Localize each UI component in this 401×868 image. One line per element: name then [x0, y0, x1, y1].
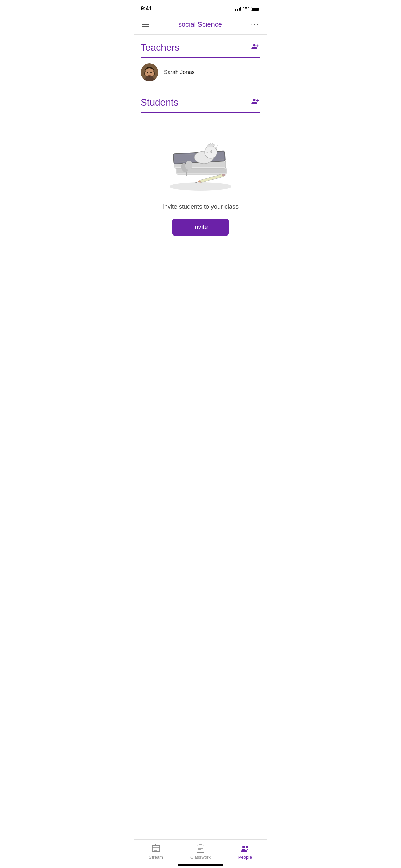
- add-teacher-button[interactable]: [248, 41, 260, 55]
- svg-text:ε: ε: [206, 150, 208, 154]
- teacher-item: Sarah Jonas: [141, 58, 260, 87]
- invite-button[interactable]: Invite: [172, 219, 228, 236]
- battery-icon: [251, 7, 260, 11]
- students-title: Students: [141, 97, 179, 108]
- teacher-name: Sarah Jonas: [164, 69, 195, 75]
- wifi-icon: [243, 7, 249, 11]
- add-student-button[interactable]: [248, 96, 260, 109]
- more-options-button[interactable]: ···: [250, 19, 260, 30]
- teachers-title: Teachers: [141, 42, 180, 53]
- status-icons: [235, 7, 260, 11]
- svg-point-8: [253, 99, 256, 101]
- svg-text:z: z: [215, 146, 217, 149]
- svg-text:ü: ü: [210, 150, 212, 153]
- svg-point-5: [147, 72, 148, 73]
- signal-icon: [235, 7, 241, 11]
- status-bar: 9:41: [134, 0, 267, 15]
- svg-point-0: [253, 44, 256, 46]
- students-section: Students: [141, 89, 260, 246]
- status-time: 9:41: [141, 5, 152, 12]
- avatar: [141, 63, 158, 81]
- empty-state-text: Invite students to your class: [162, 203, 239, 210]
- empty-students-state: ε ü z z Invite students to your class In…: [141, 113, 260, 246]
- empty-illustration: ε ü z z: [159, 120, 242, 195]
- students-section-header: Students: [141, 89, 260, 113]
- header: social Science ···: [134, 15, 267, 35]
- svg-text:z: z: [217, 145, 218, 147]
- svg-point-6: [150, 72, 152, 73]
- page-title: social Science: [178, 21, 222, 28]
- main-content: Teachers: [134, 35, 267, 287]
- svg-point-11: [170, 182, 231, 191]
- svg-point-7: [149, 74, 150, 74]
- teachers-section-header: Teachers: [141, 35, 260, 58]
- avatar-image: [141, 63, 158, 81]
- svg-rect-20: [200, 174, 224, 183]
- menu-button[interactable]: [141, 20, 151, 28]
